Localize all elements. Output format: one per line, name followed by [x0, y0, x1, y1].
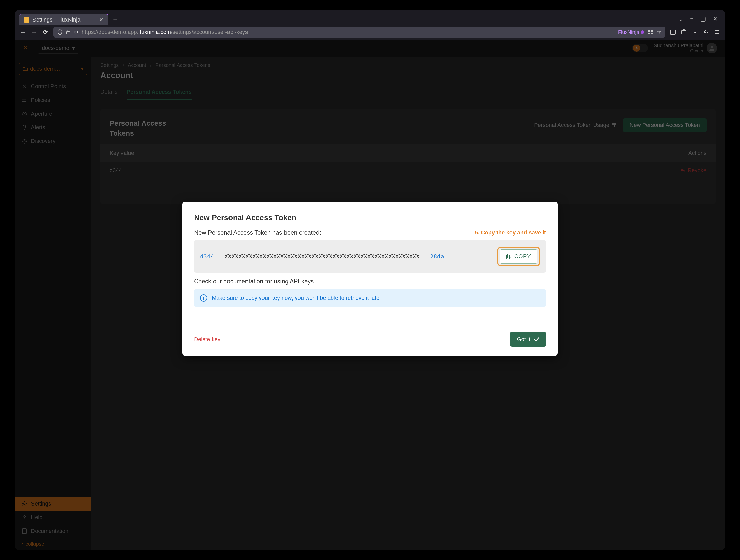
copy-highlight: COPY	[497, 247, 540, 266]
modal-created-text: New Personal Access Token has been creat…	[194, 229, 321, 236]
app-shell: ✕ docs-demo ▾ ☀ Sudhanshu Prajapathi Own…	[15, 39, 725, 550]
got-it-button[interactable]: Got it	[510, 332, 546, 347]
favicon-icon	[24, 17, 29, 22]
url-text: https://docs-demo.app.fluxninja.com/sett…	[82, 29, 615, 35]
screenshot-icon[interactable]	[681, 29, 687, 35]
info-icon: i	[200, 295, 207, 302]
tab-bar: Settings | FluxNinja ✕ ＋ ⌄ − ▢ ✕	[15, 10, 725, 25]
copy-button[interactable]: COPY	[500, 249, 537, 263]
info-banner: i Make sure to copy your key now; you wo…	[194, 290, 546, 307]
download-icon[interactable]	[692, 29, 698, 35]
step-label: 5. Copy the key and save it	[475, 229, 546, 236]
token-value: d344 XXXXXXXXXXXXXXXXXXXXXXXXXXXXXXXXXXX…	[200, 253, 444, 260]
apps-icon[interactable]	[648, 30, 653, 35]
url-bar: ← → ⟳ ⚙ https://docs-demo.app.fluxninja.…	[15, 25, 725, 39]
svg-rect-2	[651, 30, 652, 32]
browser-window: Settings | FluxNinja ✕ ＋ ⌄ − ▢ ✕ ← → ⟳ ⚙…	[15, 10, 725, 550]
documentation-link[interactable]: documentation	[223, 278, 263, 285]
nav-forward-icon: →	[31, 29, 37, 35]
svg-rect-16	[508, 254, 511, 258]
window-minimize-icon[interactable]: −	[690, 15, 693, 22]
copy-icon	[506, 254, 511, 259]
svg-rect-3	[648, 33, 650, 34]
nav-back-icon[interactable]: ←	[20, 29, 26, 35]
browser-tab[interactable]: Settings | FluxNinja ✕	[19, 14, 108, 25]
check-icon	[534, 337, 539, 342]
tab-overflow-icon[interactable]: ⌄	[678, 15, 683, 22]
window-maximize-icon[interactable]: ▢	[700, 15, 706, 22]
modal-title: New Personal Access Token	[194, 213, 546, 222]
extensions-icon[interactable]	[704, 29, 709, 35]
svg-rect-7	[682, 30, 686, 34]
nav-reload-icon[interactable]: ⟳	[42, 29, 49, 35]
shield-icon[interactable]	[57, 29, 62, 35]
perm-icon[interactable]: ⚙	[74, 29, 78, 35]
new-token-modal: New Personal Access Token New Personal A…	[182, 202, 558, 356]
svg-rect-1	[648, 30, 650, 32]
url-input[interactable]: ⚙ https://docs-demo.app.fluxninja.com/se…	[53, 27, 665, 37]
svg-rect-4	[651, 33, 652, 34]
reader-icon[interactable]	[670, 29, 675, 35]
svg-rect-0	[67, 32, 70, 34]
tab-title: Settings | FluxNinja	[32, 16, 80, 23]
menu-icon[interactable]	[715, 29, 720, 35]
delete-key-button[interactable]: Delete key	[194, 336, 220, 343]
close-tab-icon[interactable]: ✕	[99, 17, 103, 23]
token-box: d344 XXXXXXXXXXXXXXXXXXXXXXXXXXXXXXXXXXX…	[194, 240, 546, 273]
doc-line: Check our documentation for using API ke…	[194, 278, 546, 285]
star-icon[interactable]: ☆	[656, 29, 661, 35]
extension-badge[interactable]: FluxNinja	[618, 29, 644, 35]
new-tab-button[interactable]: ＋	[110, 14, 120, 24]
dot-icon	[641, 30, 644, 34]
lock-icon[interactable]	[66, 30, 71, 35]
window-close-icon[interactable]: ✕	[713, 15, 718, 22]
svg-rect-15	[506, 255, 510, 259]
